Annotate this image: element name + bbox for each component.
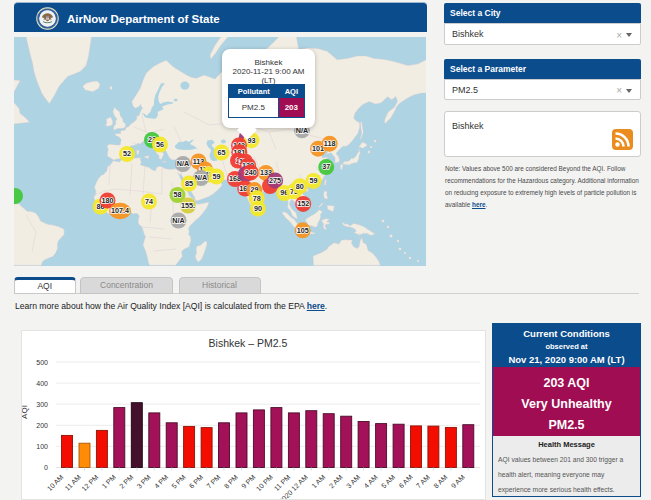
- svg-text:58: 58: [174, 190, 182, 199]
- svg-text:10 PM: 10 PM: [255, 473, 274, 492]
- svg-text:90: 90: [254, 204, 262, 213]
- svg-text:240: 240: [245, 168, 257, 177]
- svg-text:2 AM: 2 AM: [328, 473, 344, 489]
- svg-text:Bishkek – PM2.5: Bishkek – PM2.5: [209, 337, 288, 349]
- svg-text:52: 52: [123, 149, 131, 158]
- svg-text:12 PM: 12 PM: [80, 473, 99, 492]
- svg-text:11 AM: 11 AM: [64, 473, 83, 492]
- svg-text:6 PM: 6 PM: [188, 473, 205, 490]
- svg-text:N/A: N/A: [177, 159, 189, 168]
- svg-text:7 PM: 7 PM: [205, 473, 222, 490]
- svg-text:107.4: 107.4: [111, 206, 129, 215]
- svg-text:152: 152: [297, 199, 309, 208]
- svg-text:200: 200: [36, 422, 48, 429]
- svg-text:155.: 155.: [181, 201, 195, 210]
- svg-text:8 AM: 8 AM: [432, 473, 448, 489]
- svg-text:180: 180: [102, 196, 114, 205]
- svg-text:N/A: N/A: [195, 173, 207, 182]
- svg-text:59: 59: [213, 172, 221, 181]
- svg-text:0: 0: [44, 464, 48, 471]
- svg-text:59: 59: [310, 176, 318, 185]
- svg-text:300: 300: [36, 401, 48, 408]
- svg-text:N/A: N/A: [172, 216, 184, 225]
- svg-text:85: 85: [185, 179, 193, 188]
- svg-text:80: 80: [296, 182, 304, 191]
- svg-text:10 AM: 10 AM: [46, 473, 65, 492]
- svg-text:8 PM: 8 PM: [223, 473, 240, 490]
- svg-text:56: 56: [156, 140, 164, 149]
- svg-text:1 AM: 1 AM: [310, 473, 326, 489]
- svg-text:3 AM: 3 AM: [345, 473, 361, 489]
- svg-text:4 PM: 4 PM: [153, 473, 170, 490]
- svg-text:500: 500: [36, 359, 48, 366]
- svg-text:AQI: AQI: [22, 405, 29, 419]
- svg-text:100: 100: [36, 443, 48, 450]
- svg-text:275: 275: [269, 176, 281, 185]
- svg-text:2 PM: 2 PM: [118, 473, 135, 490]
- svg-text:5 PM: 5 PM: [170, 473, 187, 490]
- svg-text:1 PM: 1 PM: [101, 473, 118, 490]
- svg-text:118: 118: [324, 139, 336, 148]
- svg-text:7 AM: 7 AM: [415, 473, 431, 489]
- svg-text:4 AM: 4 AM: [363, 473, 379, 489]
- svg-text:6 AM: 6 AM: [397, 473, 413, 489]
- svg-text:37: 37: [322, 162, 330, 171]
- svg-text:3 PM: 3 PM: [135, 473, 152, 490]
- svg-text:9 AM: 9 AM: [450, 473, 466, 489]
- svg-text:105: 105: [297, 226, 309, 235]
- svg-text:74: 74: [145, 197, 153, 206]
- svg-text:400: 400: [36, 380, 48, 387]
- svg-text:5 AM: 5 AM: [380, 473, 396, 489]
- svg-text:65: 65: [218, 148, 226, 157]
